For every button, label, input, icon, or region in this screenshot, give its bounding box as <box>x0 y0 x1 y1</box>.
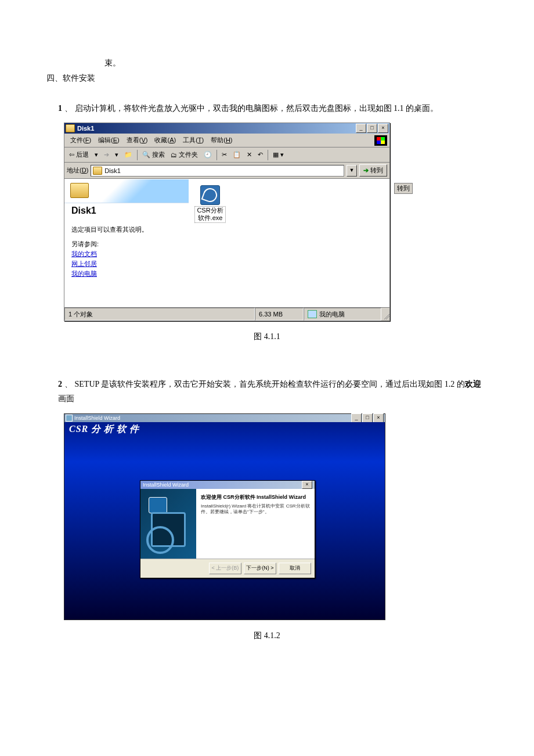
folder-title: Disk1 <box>71 206 182 216</box>
folder-icon <box>66 124 75 132</box>
move-button[interactable]: ✂ <box>219 150 229 160</box>
status-bar: 1 个对象 6.33 MB 我的电脑 <box>64 307 389 321</box>
see-also-label: 另请参阅: <box>71 240 182 249</box>
box-icon <box>149 497 167 513</box>
forward-arrow-icon: ➔ <box>104 151 109 159</box>
step-num: 1 <box>58 104 62 113</box>
views-button[interactable]: ▦▾ <box>270 150 286 160</box>
explorer-window: Disk1 _ □ × 文件(F) 编辑(E) 查看(V) 收藏(A) 工具(T… <box>64 123 390 321</box>
folder-large-icon <box>70 183 89 198</box>
installer-minimize-button[interactable]: _ <box>351 413 362 423</box>
address-bar: 地址(D) Disk1 ▼ ➔ 转到 <box>64 163 389 179</box>
resize-grip[interactable] <box>381 309 389 319</box>
search-icon: 🔍 <box>142 151 150 159</box>
menu-fav[interactable]: 收藏(A) <box>151 135 179 146</box>
installer-titlebar: InstallShield Wizard _ □ × <box>64 414 385 422</box>
go-button[interactable]: ➔ 转到 <box>359 164 387 177</box>
installer-close-button[interactable]: × <box>373 413 384 423</box>
dialog-body-text: InstallShield(r) Wizard 将在计算机中安装 CSR分析软件… <box>201 503 310 516</box>
cancel-button[interactable]: 取消 <box>279 563 311 574</box>
forward-button[interactable]: ➔ <box>102 150 111 160</box>
separator <box>268 150 268 160</box>
undo-button[interactable]: ↶ <box>255 150 265 160</box>
back-button: < 上一步(B) <box>209 563 241 574</box>
menu-view[interactable]: 查看(V) <box>123 135 151 146</box>
menu-tools[interactable]: 工具(T) <box>179 135 207 146</box>
toolbar: ⇦后退 ▾ ➔ ▾ 📁 🔍搜索 🗂文件夹 🕘 ✂ 📋 ✕ ↶ ▦▾ <box>64 147 389 163</box>
back-arrow-icon: ⇦ <box>69 151 74 159</box>
minimize-button[interactable]: _ <box>356 124 366 133</box>
address-input[interactable]: Disk1 <box>91 165 344 177</box>
history-icon: 🕘 <box>204 151 212 159</box>
status-objects: 1 个对象 <box>64 308 255 321</box>
menu-file[interactable]: 文件(F) <box>67 135 95 146</box>
info-pane: Disk1 选定项目可以查看其说明。 另请参阅: 我的文档 网上邻居 我的电脑 <box>64 179 189 307</box>
step-1-text: 启动计算机，将软件光盘放入光驱中，双击我的电脑图标，然后双击光盘图标，出现如图 … <box>75 104 439 113</box>
welcome-dialog: InstallShield Wizard × 欢迎使用 CSR分析软件 Inst… <box>140 480 315 578</box>
up-button[interactable]: 📁 <box>122 150 135 160</box>
history-button[interactable]: 🕘 <box>201 150 214 160</box>
views-icon: ▦ <box>273 151 279 159</box>
computer-icon <box>308 310 317 318</box>
step-sep: 、 <box>64 104 73 113</box>
link-my-computer[interactable]: 我的电脑 <box>71 269 182 278</box>
menu-edit[interactable]: 编辑(E) <box>95 135 123 146</box>
forward-dropdown[interactable]: ▾ <box>113 150 121 160</box>
menu-help[interactable]: 帮助(H) <box>207 135 236 146</box>
step-sep: 、 <box>64 380 73 388</box>
dialog-heading: 欢迎使用 CSR分析软件 InstallShield Wizard <box>201 494 310 501</box>
maximize-button[interactable]: □ <box>367 124 377 133</box>
separator <box>217 150 217 160</box>
installer-background: CSR 分 析 软 件 InstallShield Wizard × 欢迎使用 … <box>64 422 385 620</box>
folders-button[interactable]: 🗂文件夹 <box>168 149 200 160</box>
exe-installer-icon <box>200 185 220 205</box>
dialog-graphic <box>140 489 196 559</box>
installer-title: InstallShield Wizard <box>74 415 351 421</box>
move-icon: ✂ <box>222 151 227 159</box>
close-button[interactable]: × <box>378 124 388 133</box>
link-network-neighborhood[interactable]: 网上邻居 <box>71 260 182 268</box>
dialog-close-button[interactable]: × <box>302 481 312 489</box>
dialog-titlebar: InstallShield Wizard × <box>140 481 315 489</box>
next-button[interactable]: 下一步(N) > <box>244 563 276 574</box>
info-pane-header <box>64 179 189 203</box>
folders-icon: 🗂 <box>171 152 177 159</box>
content-area: Disk1 选定项目可以查看其说明。 另请参阅: 我的文档 网上邻居 我的电脑 … <box>64 179 389 307</box>
link-my-documents[interactable]: 我的文档 <box>71 250 182 258</box>
section-heading: 四、软件安装 <box>46 73 488 84</box>
dialog-button-row: < 上一步(B) 下一步(N) > 取消 <box>140 559 315 578</box>
window-title: Disk1 <box>77 125 356 132</box>
delete-button[interactable]: ✕ <box>244 150 254 160</box>
stray-text: 束。 <box>104 58 488 69</box>
figure-caption-2: 图 4.1.2 <box>46 631 488 641</box>
file-item[interactable]: CSR分析软件.exe <box>194 185 226 222</box>
installer-maximize-button[interactable]: □ <box>362 413 373 423</box>
address-dropdown[interactable]: ▼ <box>347 165 357 177</box>
windows-logo-icon <box>374 135 387 146</box>
side-go-button[interactable]: 转到 <box>394 183 413 194</box>
status-location: 我的电脑 <box>304 308 381 321</box>
step-2-text-b: 欢迎 <box>465 380 481 388</box>
file-list[interactable]: CSR分析软件.exe <box>189 179 389 307</box>
disc-icon <box>146 526 174 554</box>
step-2: 2、 SETUP 是该软件安装程序，双击它开始安装，首先系统开始检查软件运行的必… <box>58 377 488 406</box>
step-num: 2 <box>58 380 62 388</box>
delete-icon: ✕ <box>247 151 252 159</box>
menubar: 文件(F) 编辑(E) 查看(V) 收藏(A) 工具(T) 帮助(H) <box>64 134 389 147</box>
step-2-text-c: 画面 <box>58 394 74 403</box>
titlebar: Disk1 _ □ × <box>64 123 389 134</box>
undo-icon: ↶ <box>258 151 263 159</box>
back-button[interactable]: ⇦后退 <box>67 149 91 160</box>
figure-caption-1: 图 4.1.1 <box>46 332 488 342</box>
go-arrow-icon: ➔ <box>363 167 369 174</box>
separator <box>137 150 138 160</box>
back-dropdown[interactable]: ▾ <box>92 150 100 160</box>
copy-button[interactable]: 📋 <box>230 150 243 160</box>
search-button[interactable]: 🔍搜索 <box>140 149 167 160</box>
step-2-text-a: SETUP 是该软件安装程序，双击它开始安装，首先系统开始检查软件运行的必要空间… <box>75 380 465 388</box>
installer-brand: CSR 分 析 软 件 <box>69 423 139 435</box>
folder-icon <box>93 167 102 175</box>
address-value: Disk1 <box>104 167 121 174</box>
step-1: 1、 启动计算机，将软件光盘放入光驱中，双击我的电脑图标，然后双击光盘图标，出现… <box>58 101 488 116</box>
status-size: 6.33 MB <box>255 308 304 321</box>
